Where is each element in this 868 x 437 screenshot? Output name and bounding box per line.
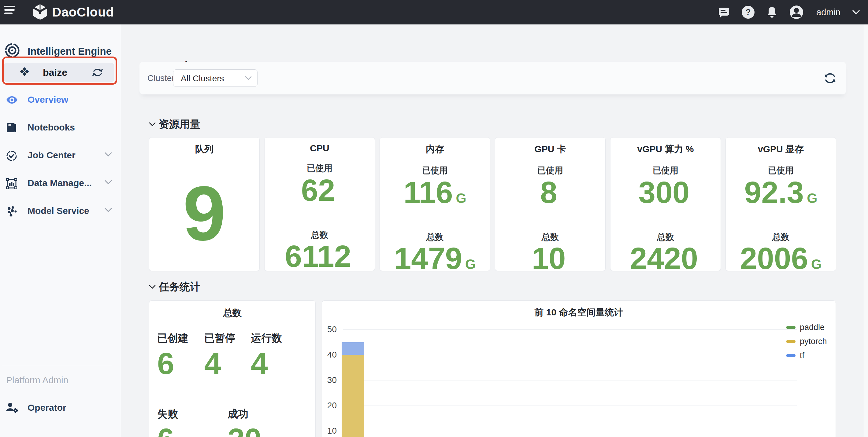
- sidebar-item-job-center[interactable]: Job Center: [0, 142, 121, 170]
- sidebar-item-label: Job Center: [28, 150, 75, 161]
- queue-count: 9: [149, 174, 259, 253]
- namespace-chart-card: 前 10 命名空间量统计 50 40 30 20 10 paddle pytor…: [322, 300, 836, 437]
- y-axis-tick: 50: [322, 325, 337, 334]
- sidebar-section-label: Platform Admin: [6, 375, 68, 385]
- chart-title: 前 10 命名空间量统计: [322, 306, 836, 319]
- y-axis-tick: 30: [322, 375, 337, 385]
- stat-paused: 已暂停 4: [204, 331, 236, 379]
- chart-legend: paddle pytorch tf: [786, 323, 827, 365]
- used-value: 8: [495, 176, 605, 215]
- stat-running: 运行数 4: [251, 331, 282, 379]
- refresh-icon[interactable]: [823, 71, 837, 86]
- total-value: 1479G: [380, 242, 490, 281]
- chevron-down-icon[interactable]: [104, 208, 112, 212]
- legend-item-pytorch[interactable]: pytorch: [786, 337, 827, 346]
- used-value: 116G: [380, 176, 490, 215]
- card-title: CPU: [265, 143, 375, 154]
- sidebar-item-label: Overview: [28, 94, 68, 105]
- workspace-icon: ❖: [19, 65, 30, 79]
- sidebar-item-operator[interactable]: Operator: [0, 394, 121, 422]
- used-label: 已使用: [726, 165, 836, 176]
- sidebar-item-notebooks[interactable]: Notebooks: [0, 114, 121, 142]
- card-title: 队列: [149, 143, 259, 156]
- card-title: GPU 卡: [495, 143, 605, 156]
- stat-failed: 失败 6: [157, 407, 178, 437]
- main-content: Overview Cluster All Clusters 资源: [121, 25, 864, 437]
- metric-card-gpu: GPU 卡 已使用 8 总数 10: [495, 137, 606, 271]
- product-name: Intelligent Engine: [28, 45, 112, 57]
- intelligent-engine-icon: [4, 42, 20, 58]
- metric-card-vgpu-compute: vGPU 算力 % 已使用 300 总数 2420: [610, 137, 721, 271]
- metric-card-cpu: CPU 已使用 62 总数 6112: [264, 137, 375, 271]
- sidebar-item-data-management[interactable]: Data Manage...: [0, 170, 121, 197]
- notebook-icon: [6, 123, 17, 133]
- hamburger-icon[interactable]: [4, 6, 15, 14]
- section-resource-usage[interactable]: 资源用量: [149, 117, 200, 131]
- workspace-selector[interactable]: ❖ baize: [4, 63, 114, 82]
- total-value: 2006G: [726, 242, 836, 281]
- card-title: 总数: [149, 307, 315, 320]
- metric-card-queue: 队列 9: [149, 137, 260, 271]
- brand: DaoCloud: [32, 0, 114, 25]
- sidebar-item-label: Model Service: [28, 206, 89, 216]
- gridline: [343, 329, 797, 330]
- cluster-label: Cluster: [148, 73, 175, 83]
- topbar-actions: ? admin: [718, 0, 860, 25]
- switch-workspace-icon[interactable]: [92, 67, 103, 78]
- message-icon[interactable]: [718, 6, 730, 18]
- avatar[interactable]: [789, 5, 803, 19]
- caret-down-icon: [149, 285, 156, 289]
- sidebar-menu: Overview Notebooks: [0, 86, 121, 225]
- notification-bell-icon[interactable]: [766, 6, 778, 18]
- total-value: 2420: [611, 242, 720, 281]
- chevron-down-icon[interactable]: [852, 10, 860, 15]
- legend-swatch-paddle: [786, 326, 796, 329]
- workspace-name: baize: [43, 67, 67, 78]
- eye-icon: [6, 95, 17, 105]
- chevron-down-icon: [245, 76, 252, 80]
- card-title: vGPU 算力 %: [611, 143, 720, 156]
- sidebar-item-label: Notebooks: [28, 122, 75, 133]
- sidebar-item-label: Data Manage...: [28, 178, 92, 188]
- gridline: [343, 380, 797, 380]
- y-axis-tick: 10: [322, 426, 337, 436]
- legend-item-paddle[interactable]: paddle: [786, 323, 827, 332]
- y-axis-tick: 20: [322, 401, 337, 410]
- legend-swatch-tf: [786, 354, 796, 357]
- bar-segment-tf[interactable]: [342, 342, 364, 355]
- metric-card-memory: 内存 已使用 116G 总数 1479G: [379, 137, 490, 271]
- sidebar-item-label: Operator: [28, 402, 66, 413]
- used-value: 92.3G: [726, 176, 836, 215]
- legend-item-tf[interactable]: tf: [786, 351, 827, 360]
- model-service-icon: [6, 206, 17, 216]
- used-value: 62: [265, 174, 375, 213]
- user-name[interactable]: admin: [816, 7, 840, 18]
- help-icon[interactable]: ?: [742, 6, 754, 19]
- stat-created: 已创建 6: [157, 331, 188, 379]
- chevron-down-icon[interactable]: [104, 152, 112, 157]
- bar-segment-pytorch[interactable]: [342, 355, 364, 437]
- job-center-icon: [6, 150, 17, 161]
- used-label: 已使用: [495, 165, 605, 176]
- cluster-select-value: All Clusters: [181, 74, 224, 83]
- cluster-select[interactable]: All Clusters: [173, 69, 257, 87]
- gridline: [343, 355, 797, 355]
- used-label: 已使用: [611, 165, 720, 176]
- y-axis-tick: 40: [322, 350, 337, 360]
- total-value: 10: [495, 242, 605, 281]
- used-label: 已使用: [265, 163, 375, 174]
- data-management-icon: [6, 178, 17, 189]
- sidebar-item-overview[interactable]: Overview: [0, 86, 121, 114]
- daocloud-logo-icon: [32, 3, 48, 21]
- used-label: 已使用: [380, 165, 490, 176]
- chevron-down-icon[interactable]: [104, 180, 112, 184]
- sidebar-item-model-service[interactable]: Model Service: [0, 197, 121, 225]
- cluster-filter-bar: Cluster All Clusters: [140, 62, 846, 94]
- sidebar-product: Intelligent Engine: [0, 38, 121, 66]
- topbar: DaoCloud ?: [0, 0, 868, 25]
- app-window: DaoCloud ?: [0, 0, 868, 437]
- vertical-scrollbar[interactable]: [864, 25, 868, 437]
- section-title: 任务统计: [159, 280, 200, 294]
- stat-succeeded: 成功 20: [227, 407, 261, 437]
- section-task-stats[interactable]: 任务统计: [149, 280, 200, 294]
